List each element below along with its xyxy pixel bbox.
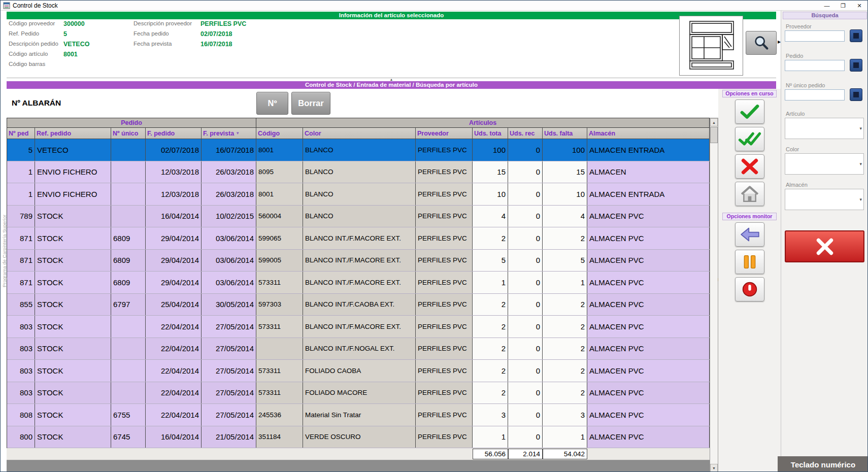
cell-f-prevista: 26/03/2018 bbox=[202, 161, 256, 183]
scroll-up-button[interactable]: ▲ bbox=[710, 118, 718, 126]
table-row[interactable]: 1ENVIO FICHERO12/03/201826/03/20188095BL… bbox=[7, 161, 710, 184]
cell-uds-faltan: 100 bbox=[543, 139, 587, 161]
info-label: Código proveedor bbox=[9, 20, 60, 27]
proveedor-input[interactable] bbox=[785, 30, 845, 42]
cell-codigo: 573311 bbox=[256, 272, 303, 293]
cell-no-pedido: 871 bbox=[7, 250, 35, 272]
table-row[interactable]: 808STOCK675522/04/201427/05/2014245536Ma… bbox=[7, 404, 710, 426]
almacen-combo[interactable]: ▾ bbox=[785, 189, 864, 210]
cell-no-unico bbox=[111, 161, 146, 183]
cell-no-unico bbox=[111, 206, 146, 227]
column-header-f-prevista[interactable]: F. prevista▼ bbox=[202, 128, 256, 139]
numero-button[interactable]: Nº bbox=[256, 92, 288, 115]
minimize-button[interactable]: — bbox=[819, 1, 835, 11]
info-label: Fecha prevista bbox=[133, 41, 197, 48]
cancelar-button[interactable] bbox=[735, 154, 764, 179]
left-watermark: Programa de Carpintería Superior bbox=[2, 215, 7, 287]
total-uds-total: 56.056 bbox=[473, 449, 508, 459]
column-header-uds-total[interactable]: Uds. tota bbox=[473, 128, 508, 139]
column-header-proveedor[interactable]: Proveedor bbox=[416, 128, 473, 139]
cell-no-pedido: 803 bbox=[7, 382, 35, 404]
cell-uds-faltan: 2 bbox=[543, 316, 587, 338]
numeric-keypad-bar[interactable]: Teclado numérico bbox=[778, 456, 868, 472]
pedido-input[interactable] bbox=[785, 60, 845, 71]
no-unico-pedido-lookup-button[interactable] bbox=[850, 88, 862, 101]
table-row[interactable]: 789STOCK16/04/201410/02/2015560004BLANCO… bbox=[7, 206, 710, 228]
grid-column-header-row: Nº ped Ref. pedido Nº único F. pedido F.… bbox=[7, 128, 710, 139]
pausa-button[interactable] bbox=[735, 250, 764, 274]
cell-f-pedido: 22/04/2014 bbox=[146, 316, 202, 338]
table-row[interactable]: 803STOCK22/04/201427/05/2014573311FOLIAD… bbox=[7, 360, 710, 382]
cell-ref-pedido: STOCK bbox=[35, 426, 111, 448]
cell-uds-recibidas: 0 bbox=[508, 250, 543, 272]
articulo-combo[interactable]: ▾ bbox=[785, 118, 864, 139]
cell-uds-faltan: 2 bbox=[543, 294, 587, 316]
cell-proveedor: PERFILES PVC bbox=[416, 382, 473, 404]
cell-proveedor: PERFILES PVC bbox=[416, 250, 473, 272]
column-header-ref-pedido[interactable]: Ref. pedido bbox=[35, 128, 111, 139]
window-title: Control de Stock bbox=[13, 2, 58, 9]
proveedor-lookup-button[interactable] bbox=[850, 29, 862, 42]
lookup-square-icon bbox=[853, 92, 859, 97]
cell-f-pedido: 29/04/2014 bbox=[146, 227, 202, 249]
table-row[interactable]: 803STOCK22/04/201427/05/2014BLANCO INT./… bbox=[7, 338, 710, 360]
close-button[interactable]: ✕ bbox=[851, 1, 867, 11]
column-header-no-pedido[interactable]: Nº ped bbox=[7, 128, 35, 139]
inicio-button[interactable] bbox=[735, 182, 764, 206]
parar-button[interactable] bbox=[735, 277, 764, 301]
cell-no-unico bbox=[111, 338, 146, 360]
cell-ref-pedido: STOCK bbox=[35, 250, 111, 272]
cell-uds-faltan: 2 bbox=[543, 382, 587, 404]
column-header-uds-faltan[interactable]: Uds. falta bbox=[543, 128, 587, 139]
volver-button[interactable] bbox=[735, 222, 764, 247]
group-header-articulos[interactable]: Artículos bbox=[256, 118, 710, 128]
zoom-button[interactable] bbox=[746, 31, 777, 55]
cell-proveedor: PERFILES PVC bbox=[416, 404, 473, 426]
info-fields-mid: Descripción proveedorPERFILES PVC Fecha … bbox=[133, 20, 246, 48]
horizontal-splitter[interactable]: ▲ bbox=[7, 78, 776, 81]
confirmar-button[interactable] bbox=[735, 99, 764, 124]
cell-f-pedido: 22/04/2014 bbox=[146, 338, 202, 360]
splitter-grip-icon: ▲ bbox=[390, 78, 393, 81]
no-unico-pedido-input[interactable] bbox=[785, 89, 845, 100]
table-row[interactable]: 5VETECO02/07/201816/07/20188001BLANCOPER… bbox=[7, 139, 710, 161]
confirmar-todo-button[interactable] bbox=[735, 127, 764, 151]
table-row[interactable]: 803STOCK22/04/201427/05/2014573311FOLIAD… bbox=[7, 382, 710, 404]
borrar-button[interactable]: Borrar bbox=[291, 92, 330, 115]
scroll-thumb[interactable] bbox=[710, 127, 718, 143]
column-header-uds-recibidas[interactable]: Uds. rec bbox=[508, 128, 543, 139]
table-row[interactable]: 871STOCK680929/04/201403/06/2014599065BL… bbox=[7, 227, 710, 250]
cell-uds-total: 4 bbox=[473, 206, 508, 227]
cell-no-pedido: 803 bbox=[7, 338, 35, 360]
cell-uds-faltan: 15 bbox=[543, 161, 587, 183]
table-row[interactable]: 800STOCK674516/04/201421/05/2014351184VE… bbox=[7, 426, 710, 449]
table-row[interactable]: 871STOCK680929/04/201403/06/2014573311BL… bbox=[7, 272, 710, 294]
pedido-lookup-button[interactable] bbox=[850, 59, 862, 72]
maximize-button[interactable]: ❐ bbox=[835, 1, 851, 11]
column-header-color[interactable]: Color bbox=[303, 128, 416, 139]
cell-uds-total: 2 bbox=[473, 360, 508, 382]
cell-no-pedido: 803 bbox=[7, 316, 35, 338]
column-header-almacen[interactable]: Almacén bbox=[587, 128, 710, 139]
totals-row: 56.056 2.014 54.042 bbox=[7, 448, 710, 460]
table-row[interactable]: 871STOCK680929/04/201403/06/2014599005BL… bbox=[7, 250, 710, 272]
color-combo[interactable]: ▾ bbox=[785, 153, 864, 175]
table-row[interactable]: 1ENVIO FICHERO12/03/201826/03/20188001BL… bbox=[7, 183, 710, 206]
cell-uds-recibidas: 0 bbox=[508, 382, 543, 404]
cell-no-unico bbox=[111, 316, 146, 338]
cell-f-prevista: 27/05/2014 bbox=[202, 316, 256, 338]
column-header-no-unico[interactable]: Nº único bbox=[111, 128, 146, 139]
horizontal-scrollbar[interactable] bbox=[7, 460, 710, 472]
info-value-codigo-proveedor: 300000 bbox=[63, 20, 89, 27]
vertical-scrollbar[interactable]: ▲ ▼ bbox=[710, 118, 718, 472]
scroll-down-button[interactable]: ▼ bbox=[710, 464, 718, 472]
column-header-codigo[interactable]: Código bbox=[256, 128, 303, 139]
table-row[interactable]: 855STOCK679725/04/201430/05/2014597303BL… bbox=[7, 294, 710, 316]
table-row[interactable]: 803STOCK22/04/201427/05/2014573311BLANCO… bbox=[7, 316, 710, 338]
cell-almacen: ALMACEN PVC bbox=[587, 250, 710, 272]
group-header-pedido[interactable]: Pedido bbox=[7, 118, 256, 128]
cell-codigo: 573311 bbox=[256, 360, 303, 382]
clear-search-button[interactable] bbox=[785, 230, 864, 262]
column-header-f-pedido[interactable]: F. pedido bbox=[146, 128, 202, 139]
cell-codigo: 245536 bbox=[256, 404, 303, 426]
